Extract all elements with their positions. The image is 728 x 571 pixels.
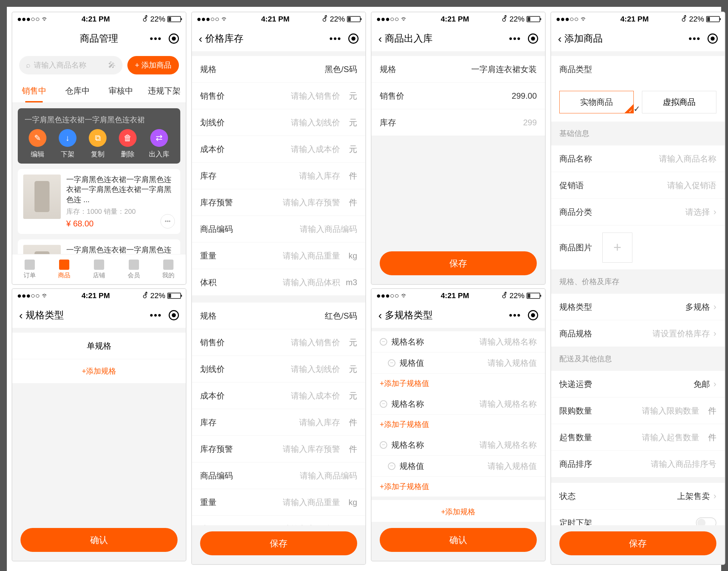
add-subspec-link[interactable]: +添加子规格值 (372, 415, 545, 434)
more-icon[interactable]: ••• (509, 33, 521, 44)
add-spec-link[interactable]: +添加规格 (12, 359, 186, 383)
spec-name-row[interactable]: −规格名称请输入规格名称 (372, 434, 545, 456)
battery-pct: 22% (150, 15, 165, 24)
add-image-button[interactable]: + (602, 233, 632, 263)
product-card[interactable]: 一字肩黑色连衣裙一字肩黑色连衣裙一字肩黑色连衣裙一字肩黑色连 ... 库存：10… (18, 169, 180, 234)
add-spec-link[interactable]: +添加规格 (372, 500, 545, 522)
target-icon[interactable] (528, 310, 538, 320)
more-button[interactable]: ••• (160, 214, 175, 228)
status-tabs: 销售中 仓库中 审核中 违规下架 (12, 79, 186, 103)
tab-mine[interactable]: 我的 (151, 254, 186, 284)
row-warn[interactable]: 库存预警请输入库存预警件 (192, 436, 365, 462)
row-ship[interactable]: 快递运费免邮› (551, 371, 725, 398)
row-sale[interactable]: 销售价请输入销售价元 (192, 329, 365, 356)
row-stock[interactable]: 库存299 (372, 109, 545, 136)
row-vol[interactable]: 体积请输入商品体积m3 (192, 516, 365, 525)
mic-icon[interactable]: 🎤︎ (108, 61, 116, 70)
target-icon[interactable] (169, 33, 179, 44)
action-copy[interactable]: ⧉复制 (89, 129, 107, 159)
row-status[interactable]: 状态上架售卖› (551, 483, 725, 510)
row-weight[interactable]: 重量请输入商品重量kg (192, 489, 365, 516)
row-spectype[interactable]: 规格类型多规格› (551, 294, 725, 320)
tab-shop[interactable]: 店铺 (82, 254, 116, 284)
row-stock[interactable]: 库存请输入库存件 (192, 409, 365, 436)
type-virtual[interactable]: 虚拟商品 (642, 91, 716, 113)
page-title: 多规格类型 (385, 309, 433, 322)
row-category[interactable]: 商品分类请选择› (551, 199, 725, 225)
remove-icon[interactable]: − (380, 338, 387, 346)
more-icon[interactable]: ••• (509, 310, 521, 321)
bluetooth-icon: ⚦ (142, 291, 148, 300)
action-edit[interactable]: ✎编辑 (29, 129, 46, 159)
back-icon[interactable]: ‹ (378, 309, 382, 322)
row-sale[interactable]: 销售价请输入销售价元 (192, 83, 365, 109)
row-vol[interactable]: 体积请输入商品体积m3 (192, 269, 365, 296)
back-icon[interactable]: ‹ (378, 32, 382, 45)
tab-violation[interactable]: 违规下架 (142, 79, 186, 102)
mine-icon (163, 260, 173, 270)
search-input[interactable]: ⌕ 请输入商品名称 🎤︎ (19, 56, 123, 74)
more-icon[interactable]: ••• (150, 310, 162, 321)
remove-icon[interactable]: − (388, 462, 395, 470)
target-icon[interactable] (528, 33, 538, 44)
spec-val-row[interactable]: −规格值请输入规格值 (372, 352, 545, 374)
row-line[interactable]: 划线价请输入划线价元 (192, 109, 365, 136)
type-physical[interactable]: 实物商品✓ (559, 91, 634, 113)
back-icon[interactable]: ‹ (199, 32, 202, 45)
action-unshelf[interactable]: ↓下架 (59, 129, 76, 159)
status-time: 4:21 PM (82, 15, 110, 24)
confirm-button[interactable]: 确认 (20, 528, 178, 552)
row-warn[interactable]: 库存预警请输入库存预警件 (192, 189, 365, 216)
row-spec: 规格一字肩连衣裙女装 (372, 56, 545, 83)
remove-icon[interactable]: − (380, 441, 387, 449)
more-icon[interactable]: ••• (330, 33, 341, 44)
section-spec: 规格、价格及库存 (551, 270, 725, 294)
row-code[interactable]: 商品编码请输入商品编码 (192, 462, 365, 489)
row-min[interactable]: 起售数量请输入起售数量件 (551, 424, 725, 451)
target-icon[interactable] (169, 310, 179, 320)
row-cost[interactable]: 成本价请输入成本价元 (192, 136, 365, 163)
product-meta: 库存：1000 销量：200 (66, 207, 175, 216)
tab-review[interactable]: 审核中 (99, 79, 142, 102)
save-button[interactable]: 保存 (200, 531, 357, 555)
row-sort[interactable]: 商品排序请输入商品排序号 (551, 451, 725, 477)
spec-name-row[interactable]: −规格名称请输入规格名称 (372, 331, 545, 352)
switch-toggle[interactable] (696, 517, 716, 526)
tab-product[interactable]: 商品 (47, 254, 82, 284)
row-code[interactable]: 商品编码请输入商品编码 (192, 216, 365, 242)
tab-member[interactable]: 会员 (116, 254, 151, 284)
row-cost[interactable]: 成本价请输入成本价元 (192, 382, 365, 409)
target-icon[interactable] (708, 33, 718, 44)
confirm-button[interactable]: 确认 (380, 528, 537, 552)
bluetooth-icon: ⚦ (322, 15, 328, 24)
back-icon[interactable]: ‹ (19, 309, 23, 322)
remove-icon[interactable]: − (380, 400, 387, 408)
action-stock[interactable]: ⇄出入库 (149, 129, 169, 159)
tab-onsale[interactable]: 销售中 (12, 79, 56, 102)
save-button[interactable]: 保存 (559, 531, 716, 555)
add-subspec-link[interactable]: +添加子规格值 (372, 374, 545, 393)
save-button[interactable]: 保存 (380, 251, 537, 275)
spec-name-row[interactable]: −规格名称请输入规格名称 (372, 393, 545, 415)
add-product-button[interactable]: + 添加商品 (127, 56, 179, 74)
row-limit[interactable]: 限购数量请输入限购数量件 (551, 398, 725, 424)
spec-val-row[interactable]: −规格值请输入规格值 (372, 456, 545, 477)
row-stock[interactable]: 库存请输入库存件 (192, 163, 365, 189)
tab-order[interactable]: 订单 (12, 254, 47, 284)
row-line[interactable]: 划线价请输入划线价元 (192, 356, 365, 382)
target-icon[interactable] (348, 33, 359, 44)
back-icon[interactable]: ‹ (558, 32, 562, 45)
action-delete[interactable]: 🗑︎删除 (119, 129, 137, 159)
row-weight[interactable]: 重量请输入商品重量kg (192, 242, 365, 269)
row-spec[interactable]: 商品规格请设置价格库存› (551, 320, 725, 347)
row-timed[interactable]: 定时下架 (551, 510, 725, 525)
add-subspec-link[interactable]: +添加子规格值 (372, 477, 545, 497)
row-promo[interactable]: 促销语请输入促销语 (551, 172, 725, 199)
more-icon[interactable]: ••• (689, 33, 701, 44)
more-icon[interactable]: ••• (150, 33, 162, 44)
row-name[interactable]: 商品名称请输入商品名称 (551, 145, 725, 172)
tab-warehouse[interactable]: 仓库中 (56, 79, 99, 102)
remove-icon[interactable]: − (388, 359, 395, 367)
single-spec-row[interactable]: 单规格 (12, 333, 186, 359)
product-card[interactable]: 一字肩黑色连衣裙一字肩黑色连衣裙一字肩黑色连衣裙一字肩黑色连 ... 库存：10… (18, 239, 180, 254)
